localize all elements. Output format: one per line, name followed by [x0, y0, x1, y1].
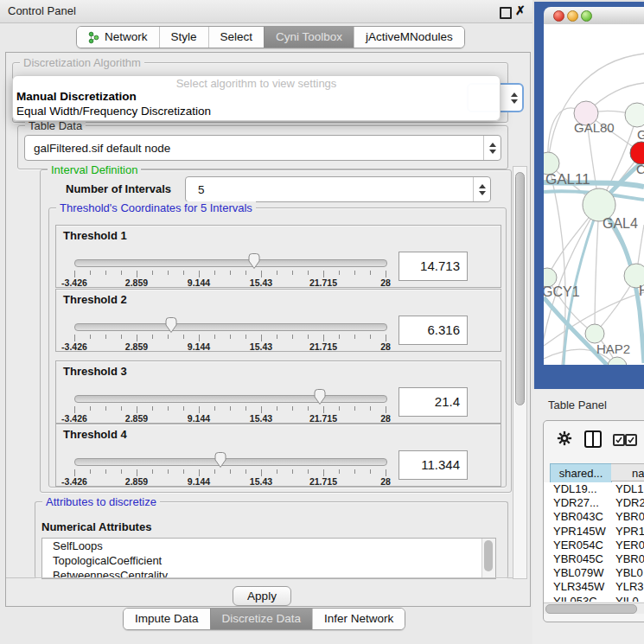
tab-infer-network[interactable]: Infer Network: [312, 609, 405, 629]
tick-mark: [308, 335, 309, 339]
tick-mark: [168, 271, 169, 275]
table-horizontal-scrollbar[interactable]: [544, 603, 644, 614]
column-header-name[interactable]: na: [611, 463, 644, 481]
threshold-value-field[interactable]: 11.344: [399, 450, 468, 480]
slider-thumb[interactable]: [247, 252, 261, 270]
slider-track[interactable]: [74, 395, 387, 403]
tick-mark: [354, 469, 355, 474]
tab-cyni-toolbox[interactable]: Cyni Toolbox: [264, 27, 354, 48]
list-scrollbar[interactable]: [481, 539, 495, 578]
tick-mark: [245, 469, 246, 474]
table-row[interactable]: YLR345WYLR3: [544, 580, 644, 594]
tick-mark: [323, 469, 324, 476]
tick-mark: [105, 271, 106, 275]
slider-track[interactable]: [74, 259, 387, 267]
checkbox-checked-icon[interactable]: [625, 434, 637, 446]
table-row[interactable]: YDL19...YDL1: [544, 482, 644, 496]
checkbox-checked-icon[interactable]: [613, 434, 625, 446]
tab-select[interactable]: Select: [208, 27, 265, 48]
minimize-traffic-light-icon[interactable]: [567, 10, 578, 22]
combo-stepper-icon[interactable]: [506, 85, 522, 111]
slider-thumb[interactable]: [313, 388, 327, 405]
cell-name: YDR2: [615, 496, 644, 509]
table-scrollbar-thumb[interactable]: [545, 604, 637, 614]
tick-mark: [370, 406, 371, 411]
threshold-value-field[interactable]: 6.316: [399, 316, 468, 345]
tick-label: 2.859: [125, 476, 148, 487]
tick-mark: [137, 406, 137, 413]
slider-track[interactable]: [74, 323, 387, 331]
tab-impute-data[interactable]: Impute Data: [124, 609, 210, 629]
table-data-combobox[interactable]: galFiltered.sif default node: [24, 135, 501, 161]
gear-icon[interactable]: [557, 430, 572, 446]
network-edge[interactable]: [595, 205, 599, 334]
float-window-icon[interactable]: [500, 7, 512, 19]
tick-mark: [277, 469, 277, 474]
attribute-list-item[interactable]: SelfLoops: [42, 539, 495, 553]
numerical-attributes-list[interactable]: SelfLoopsTopologicalCoefficientBetweenne…: [41, 538, 496, 579]
tab-jactivemnodules[interactable]: jActiveMNodules: [354, 27, 464, 48]
tick-mark: [199, 335, 200, 341]
tick-mark: [370, 469, 371, 474]
tick-label: 15.43: [250, 277, 272, 288]
tick-mark: [152, 406, 153, 411]
node-label: H: [639, 284, 644, 298]
tick-mark: [74, 335, 75, 341]
tab-style[interactable]: Style: [159, 27, 208, 48]
table-row[interactable]: YDR27...YDR2: [544, 496, 644, 510]
threshold-label: Threshold 1: [63, 229, 127, 242]
tick-mark: [152, 469, 153, 474]
cell-shared-name: YLR345W: [553, 580, 604, 593]
number-of-intervals-combobox[interactable]: 5: [185, 176, 491, 202]
network-node-g[interactable]: [625, 103, 644, 127]
node-label: G.: [637, 127, 644, 142]
list-scrollbar-thumb[interactable]: [484, 540, 493, 571]
tab-discretize-data[interactable]: Discretize Data: [210, 609, 313, 629]
network-canvas[interactable]: GAL80G.CGAL11GAL4GCY1HHAP2: [544, 24, 644, 365]
table-row[interactable]: YBL079WYBL0: [544, 566, 644, 580]
threshold-3-panel: Threshold 3-3.4262.8599.14415.4321.71528…: [55, 360, 501, 424]
network-node[interactable]: [608, 357, 627, 365]
tab-network[interactable]: Network: [77, 27, 159, 48]
tick-mark: [292, 469, 293, 474]
dropdown-option-equal-width-frequency[interactable]: Equal Width/Frequency Discretization: [16, 105, 211, 118]
interval-definition-label: Interval Definition: [48, 163, 141, 176]
split-columns-icon[interactable]: [584, 430, 602, 448]
table-row[interactable]: YBR045CYBR0: [544, 552, 644, 566]
tick-label: 28: [380, 341, 391, 352]
tick-mark: [214, 271, 215, 275]
network-edge[interactable]: [548, 163, 565, 365]
tick-mark: [121, 335, 122, 339]
column-header-shared[interactable]: shared...: [550, 463, 612, 483]
panel-scrollbar[interactable]: [513, 166, 527, 579]
dropdown-option-manual-discretization[interactable]: Manual Discretization: [16, 90, 137, 103]
table-row[interactable]: YIL053CYIL0: [544, 595, 644, 602]
attribute-list-item[interactable]: TopologicalCoefficient: [42, 553, 495, 568]
tab-label: Network: [105, 27, 148, 48]
tick-mark: [74, 406, 75, 413]
zoom-traffic-light-icon[interactable]: [581, 10, 592, 22]
slider-thumb[interactable]: [214, 451, 227, 469]
close-traffic-light-icon[interactable]: [553, 10, 564, 22]
combo-stepper-icon[interactable]: [473, 177, 490, 201]
algorithm-dropdown-popup: Select algorithm to view settings Manual…: [12, 75, 501, 121]
close-icon[interactable]: ✗: [515, 3, 526, 17]
threshold-value-field[interactable]: 14.713: [399, 252, 468, 281]
table-row[interactable]: YPR145WYPR1: [544, 525, 644, 539]
tick-mark: [199, 406, 200, 413]
table-row[interactable]: YBR043CYBR0: [544, 510, 644, 524]
panel-scrollbar-thumb[interactable]: [515, 172, 525, 405]
tick-label: 15.43: [250, 476, 272, 487]
slider-track[interactable]: [74, 458, 387, 466]
bottom-tab-bar: Impute DataDiscretize DataInfer Network: [123, 608, 405, 630]
combo-stepper-icon[interactable]: [483, 136, 501, 160]
network-node-hap2[interactable]: [585, 324, 604, 343]
apply-button[interactable]: Apply: [233, 586, 291, 606]
cell-name: YBR0: [615, 552, 644, 565]
table-row[interactable]: YER054CYER0: [544, 539, 644, 552]
slider-thumb[interactable]: [164, 316, 178, 334]
cell-shared-name: YBR045C: [553, 552, 603, 565]
network-graph: GAL80G.CGAL11GAL4GCY1HHAP2: [544, 24, 644, 365]
threshold-value-field[interactable]: 21.4: [399, 387, 468, 417]
numerical-attributes-label: Numerical Attributes: [41, 520, 151, 533]
